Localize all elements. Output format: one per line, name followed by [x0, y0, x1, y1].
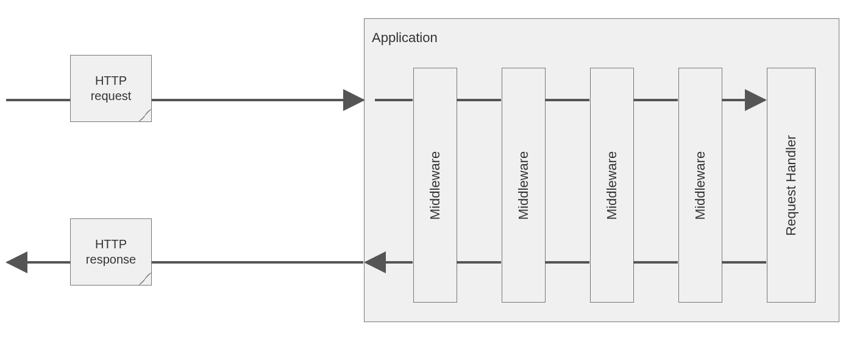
middleware-box: Middleware [502, 68, 546, 303]
middleware-label: Middleware [427, 151, 443, 220]
request-handler-box: Request Handler [767, 68, 816, 303]
middleware-label: Middleware [604, 151, 620, 220]
http-response-line1: HTTP [95, 237, 127, 251]
http-request-line2: request [91, 89, 132, 102]
http-response-note: HTTP response [70, 218, 152, 286]
http-response-line2: response [86, 253, 136, 266]
middleware-box: Middleware [413, 68, 457, 303]
middleware-label: Middleware [516, 151, 532, 220]
middleware-box: Middleware [678, 68, 722, 303]
diagram-canvas: Application Middleware Middleware Middle… [0, 0, 868, 338]
note-fold-icon [139, 273, 151, 285]
http-request-line1: HTTP [95, 74, 127, 87]
application-title: Application [372, 30, 438, 46]
http-request-note: HTTP request [70, 55, 152, 122]
application-container: Application Middleware Middleware Middle… [364, 18, 839, 322]
note-fold-icon [139, 109, 151, 121]
request-handler-label: Request Handler [783, 135, 799, 236]
middleware-box: Middleware [590, 68, 634, 303]
middleware-label: Middleware [692, 151, 708, 220]
